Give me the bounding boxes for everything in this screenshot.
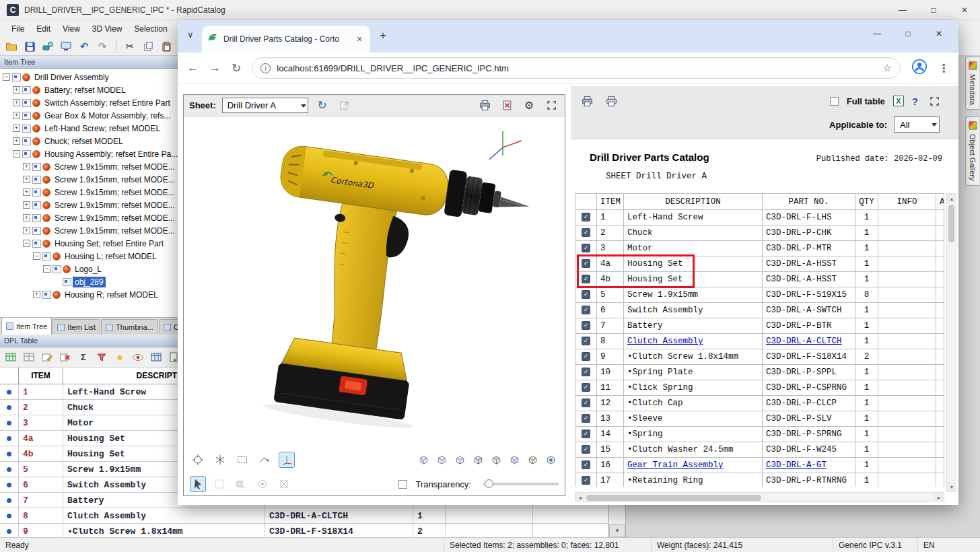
- transparency-checkbox[interactable]: [398, 480, 407, 489]
- tree-item[interactable]: −Logo_L: [0, 263, 181, 275]
- delete-row-icon[interactable]: [59, 351, 72, 364]
- tree-item[interactable]: +Screw 1.9x15mm; refset MODE...: [0, 211, 181, 224]
- columns-setup-icon[interactable]: [149, 351, 163, 364]
- site-info-icon[interactable]: i: [260, 63, 271, 73]
- catalog-row[interactable]: ✓7BatteryC3D-DRL-P-BTR1: [575, 318, 944, 334]
- tree-expander-icon[interactable]: +: [23, 227, 30, 234]
- row-checkbox[interactable]: ✓: [582, 228, 590, 237]
- scrollbar-thumb[interactable]: [948, 205, 954, 242]
- dpl-row[interactable]: 9•Clutch Screw 1.8x14mmC3D-DRL-F-S18X142: [0, 524, 608, 537]
- menu-edit[interactable]: Edit: [30, 22, 57, 36]
- sum-icon[interactable]: Σ: [77, 351, 90, 364]
- print-cancel-icon[interactable]: [499, 98, 515, 114]
- favorite-icon[interactable]: ★: [113, 351, 127, 364]
- tree-expander-icon[interactable]: −: [23, 240, 30, 247]
- paste-icon[interactable]: [160, 40, 173, 53]
- catalog-row[interactable]: ✓8Clutch AssemblyC3D-DRL-A-CLTCH1: [575, 334, 944, 349]
- browser-minimize-icon[interactable]: —: [862, 20, 893, 47]
- copy-icon[interactable]: [141, 40, 155, 53]
- scroll-up-icon[interactable]: ▲: [947, 194, 956, 203]
- tree-expander-icon[interactable]: +: [13, 86, 20, 94]
- rotate-mode-icon[interactable]: [212, 452, 228, 468]
- catalog-row[interactable]: ✓2ChuckC3D-DRL-P-CHK1: [575, 226, 944, 241]
- deselect-icon[interactable]: [276, 476, 292, 492]
- tree-expander-icon[interactable]: +: [23, 214, 30, 221]
- print-page-icon[interactable]: [603, 93, 619, 109]
- tree-item[interactable]: +Screw 1.9x15mm; refset MODE...: [0, 173, 181, 186]
- view-iso-icon[interactable]: [524, 452, 540, 468]
- tree-expander-icon[interactable]: −: [3, 73, 10, 81]
- catalog-row[interactable]: ✓13•SleeveC3D-DRL-P-SLV1: [575, 411, 944, 427]
- row-checkbox[interactable]: ✓: [582, 429, 590, 438]
- view-top-icon[interactable]: [488, 452, 504, 468]
- row-checkbox[interactable]: ✓: [582, 213, 590, 221]
- menu-selection[interactable]: Selection: [128, 22, 173, 36]
- tree-item[interactable]: −Drill Driver Assembly: [0, 71, 181, 83]
- scroll-down-icon[interactable]: ▼: [947, 482, 956, 491]
- edit-row-icon[interactable]: [40, 351, 54, 364]
- highlight-items-icon[interactable]: [131, 351, 145, 364]
- tree-item[interactable]: +Screw 1.9x15mm; refset MODE...: [0, 199, 181, 211]
- filter-icon[interactable]: [95, 351, 108, 364]
- preview-screen-icon[interactable]: [59, 40, 73, 53]
- tab-item-tree[interactable]: Item Tree: [1, 317, 52, 335]
- browser-tab[interactable]: Drill Driver Parts Catalog - Corto ✕: [202, 26, 370, 53]
- view-front-icon[interactable]: [415, 452, 431, 468]
- new-tab-icon[interactable]: +: [380, 29, 386, 42]
- full-table-checkbox[interactable]: [830, 97, 839, 106]
- settings-gear-icon[interactable]: ⚙: [521, 98, 537, 114]
- tree-item[interactable]: +Left-Hand Screw; refset MODEL: [0, 122, 181, 135]
- tree-item[interactable]: +Housing R; refset MODEL: [0, 288, 181, 301]
- side-tab-metadata[interactable]: Metadata: [965, 57, 979, 110]
- dpl-table-icon[interactable]: [4, 351, 18, 364]
- tree-item[interactable]: +Battery; refset MODEL: [0, 83, 181, 96]
- fit-all-icon[interactable]: [190, 452, 206, 468]
- catalog-row[interactable]: ✓12•Clutch CapC3D-DRL-P-CLCP1: [575, 396, 944, 411]
- browser-maximize-icon[interactable]: □: [893, 20, 923, 47]
- help-icon[interactable]: ?: [912, 96, 918, 107]
- row-checkbox[interactable]: ✓: [582, 476, 590, 485]
- catalog-row[interactable]: ✓4aHousing SetC3D-DRL-A-HSST1: [575, 256, 944, 272]
- tree-expander-icon[interactable]: +: [23, 163, 30, 170]
- tree-item[interactable]: +Switch Assembly; refset Entire Part: [0, 96, 181, 109]
- refresh-sheet-icon[interactable]: ↻: [314, 98, 330, 114]
- tree-expander-icon[interactable]: +: [13, 125, 20, 132]
- tree-expander-icon[interactable]: +: [13, 99, 20, 106]
- select-mode-icon[interactable]: [190, 476, 206, 492]
- catalog-row[interactable]: ✓1Left-Hand ScrewC3D-DRL-F-LHS1: [575, 210, 944, 226]
- catalog-row[interactable]: ✓5Screw 1.9x15mmC3D-DRL-F-S19X158: [575, 287, 944, 303]
- open-folder-icon[interactable]: [5, 40, 18, 53]
- tree-item[interactable]: +Screw 1.9x15mm; refset MODE...: [0, 160, 181, 173]
- select-box-icon[interactable]: [211, 476, 228, 492]
- slider-knob[interactable]: [485, 479, 493, 488]
- view-back-icon[interactable]: [433, 452, 450, 468]
- close-icon[interactable]: ✕: [949, 0, 980, 20]
- tab-close-icon[interactable]: ✕: [354, 34, 365, 44]
- isolate-icon[interactable]: [254, 476, 271, 492]
- print-catalog-icon[interactable]: [579, 93, 595, 109]
- row-checkbox[interactable]: ✓: [582, 399, 590, 407]
- part-link[interactable]: C3D-DRL-A-GT: [766, 460, 827, 470]
- tree-expander-icon[interactable]: −: [13, 150, 20, 158]
- tree-item[interactable]: +Chuck; refset MODEL: [0, 135, 181, 147]
- tree-item[interactable]: −Housing Assembly; refset Entire Pa...: [0, 147, 181, 160]
- viewer-3d-canvas[interactable]: Cortona3D: [184, 116, 565, 448]
- scroll-down-icon[interactable]: ▼: [609, 524, 625, 537]
- view-right-icon[interactable]: [470, 452, 486, 468]
- row-checkbox[interactable]: ✓: [582, 321, 590, 330]
- catalog-row[interactable]: ✓14•SpringC3D-DRL-P-SPRNG1: [575, 427, 944, 442]
- row-checkbox[interactable]: ✓: [582, 460, 590, 469]
- row-checkbox[interactable]: ✓: [582, 337, 590, 345]
- profile-avatar-icon[interactable]: [911, 59, 928, 77]
- forward-icon[interactable]: →: [209, 61, 221, 75]
- row-checkbox[interactable]: ✓: [582, 290, 590, 299]
- tree-expander-icon[interactable]: −: [43, 265, 50, 273]
- menu-view[interactable]: View: [57, 22, 86, 36]
- tree-expander-icon[interactable]: +: [23, 201, 30, 209]
- scroll-right-icon[interactable]: ►: [934, 493, 944, 502]
- viewer-fullscreen-icon[interactable]: [543, 98, 559, 114]
- sheet-select[interactable]: Drill Driver A: [222, 98, 308, 113]
- catalog-row[interactable]: ✓11•Click SpringC3D-DRL-P-CSPRNG1: [575, 380, 944, 396]
- catalog-row[interactable]: ✓3MotorC3D-DRL-P-MTR1: [575, 241, 944, 256]
- catalog-row[interactable]: ✓6Switch AssemblyC3D-DRL-A-SWTCH1: [575, 303, 944, 318]
